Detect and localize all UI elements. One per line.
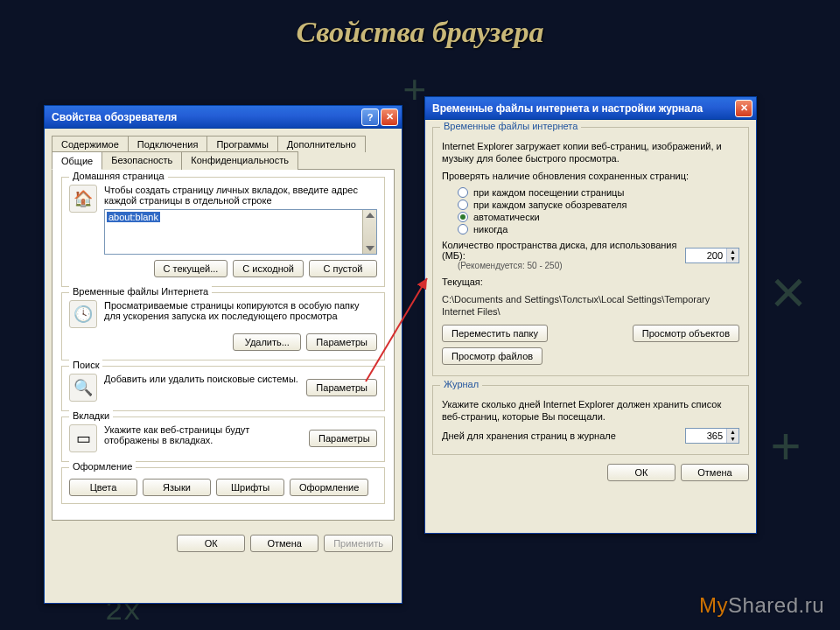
history-days-spinner[interactable]: ▲▼: [685, 428, 739, 444]
tempfiles-legend: Временные файлы Интернета: [69, 286, 212, 297]
fonts-button[interactable]: Шрифты: [216, 479, 284, 496]
history-legend: Журнал: [440, 379, 482, 389]
disk-space-spinner[interactable]: ▲▼: [685, 248, 739, 263]
view-files-button[interactable]: Просмотр файлов: [442, 347, 542, 365]
accessibility-button[interactable]: Оформление: [290, 479, 368, 496]
check-frequency-radios: при каждом посещении страницы при каждом…: [458, 187, 739, 234]
ok-button[interactable]: ОК: [607, 464, 676, 481]
tabs-settings-button[interactable]: Параметры: [309, 430, 377, 447]
use-current-button[interactable]: С текущей...: [154, 260, 228, 277]
tabs-icon: ▭: [69, 424, 97, 452]
disk-space-hint: (Рекомендуется: 50 - 250): [458, 261, 680, 270]
radio-never[interactable]: [458, 224, 468, 234]
tabs-legend: Вкладки: [69, 410, 113, 421]
spinner-buttons-icon[interactable]: ▲▼: [726, 429, 738, 443]
internet-options-titlebar[interactable]: Свойства обозревателя ? ✕: [45, 106, 402, 129]
scrollbar-icon[interactable]: [362, 210, 376, 254]
radio-every-visit-label: при каждом посещении страницы: [473, 187, 624, 198]
tabs-group: Вкладки ▭ Укажите как веб-страницы будут…: [61, 416, 385, 462]
homepage-group: Домашняя страница 🏠 Чтобы создать страни…: [61, 177, 385, 287]
watermark: MyShared.ru: [699, 593, 824, 618]
tempfiles-settings-titlebar[interactable]: Временные файлы интернета и настройки жу…: [425, 97, 756, 120]
tab-privacy[interactable]: Конфиденциальность: [181, 151, 298, 170]
search-desc: Добавить или удалить поисковые системы.: [104, 374, 299, 402]
tab-row-lower: Общие Безопасность Конфиденциальность: [52, 151, 395, 170]
clock-arrow-icon: 🕓: [69, 300, 97, 328]
tab-security[interactable]: Безопасность: [102, 151, 182, 170]
internet-options-title: Свойства обозревателя: [52, 111, 177, 123]
history-fieldset: Журнал Укажите сколько дней Internet Exp…: [432, 385, 749, 455]
radio-never-label: никогда: [473, 224, 508, 234]
help-button[interactable]: ?: [361, 108, 379, 126]
delete-files-button[interactable]: Удалить...: [233, 333, 301, 351]
general-tab-panel: Домашняя страница 🏠 Чтобы создать страни…: [52, 169, 395, 521]
radio-automatic-label: автоматически: [473, 212, 540, 222]
use-default-button[interactable]: С исходной: [233, 260, 304, 277]
disk-space-label: Количество пространства диска, для испол…: [442, 240, 680, 261]
search-group: Поиск 🔍 Добавить или удалить поисковые с…: [61, 366, 385, 411]
languages-button[interactable]: Языки: [143, 479, 211, 496]
use-blank-button[interactable]: С пустой: [309, 260, 377, 277]
apply-button[interactable]: Применить: [324, 535, 393, 552]
close-button[interactable]: ✕: [735, 100, 752, 117]
spinner-buttons-icon[interactable]: ▲▼: [726, 248, 738, 262]
internet-options-dialog: Свойства обозревателя ? ✕ Содержимое Под…: [44, 105, 402, 604]
radio-every-start-label: при каждом запуске обозревателя: [473, 200, 626, 210]
ok-button[interactable]: ОК: [177, 535, 245, 552]
disk-space-input[interactable]: [686, 248, 726, 262]
close-button[interactable]: ✕: [381, 108, 398, 126]
history-desc: Укажите сколько дней Internet Explorer д…: [442, 398, 739, 423]
current-folder-label: Текущая:: [442, 276, 739, 288]
homepage-urls-input[interactable]: about:blank: [104, 209, 377, 255]
tab-content[interactable]: Содержимое: [52, 136, 129, 152]
tab-connections[interactable]: Подключения: [128, 136, 208, 152]
homepage-url-value: about:blank: [107, 212, 160, 222]
tab-advanced[interactable]: Дополнительно: [277, 136, 366, 152]
search-settings-button[interactable]: Параметры: [306, 379, 377, 396]
tempfiles-settings-title: Временные файлы интернета и настройки жу…: [432, 102, 703, 115]
tempfiles-desc: Просматриваемые страницы копируются в ос…: [104, 300, 377, 328]
view-objects-button[interactable]: Просмотр объектов: [633, 325, 739, 342]
tif-fieldset: Временные файлы интернета Internet Explo…: [432, 127, 749, 376]
tabs-desc: Укажите как веб-страницы будут отображен…: [104, 424, 302, 452]
slide-title: Свойства браузера: [0, 16, 840, 49]
radio-every-start[interactable]: [458, 200, 468, 210]
move-folder-button[interactable]: Переместить папку: [442, 325, 548, 342]
tif-check-label: Проверять наличие обновления сохраненных…: [442, 170, 739, 182]
homepage-legend: Домашняя страница: [69, 171, 168, 181]
radio-automatic[interactable]: [458, 212, 468, 222]
search-legend: Поиск: [69, 360, 102, 370]
tempfiles-settings-button[interactable]: Параметры: [306, 333, 377, 351]
homepage-desc: Чтобы создать страницу личных вкладок, в…: [104, 185, 377, 206]
appearance-legend: Оформление: [69, 461, 136, 472]
tempfiles-group: Временные файлы Интернета 🕓 Просматривае…: [61, 292, 385, 360]
magnifier-icon: 🔍: [69, 374, 97, 402]
tif-legend: Временные файлы интернета: [440, 121, 581, 131]
radio-every-visit[interactable]: [458, 187, 468, 198]
current-folder-path: C:\Documents and Settings\Толстых\Local …: [442, 293, 739, 318]
home-icon: 🏠: [69, 185, 97, 213]
tab-general[interactable]: Общие: [52, 151, 102, 170]
colors-button[interactable]: Цвета: [69, 479, 137, 496]
cancel-button[interactable]: Отмена: [681, 464, 749, 481]
cancel-button[interactable]: Отмена: [250, 535, 318, 552]
history-days-input[interactable]: [686, 429, 726, 443]
history-days-label: Дней для хранения страниц в журнале: [442, 430, 678, 441]
tab-row-upper: Содержимое Подключения Программы Дополни…: [52, 136, 395, 152]
tempfiles-settings-dialog: Временные файлы интернета и настройки жу…: [424, 96, 757, 534]
tab-programs[interactable]: Программы: [206, 136, 277, 152]
appearance-group: Оформление Цвета Языки Шрифты Оформление: [61, 467, 385, 504]
tif-line1: Internet Explorer загружает копии веб-ст…: [442, 140, 739, 164]
